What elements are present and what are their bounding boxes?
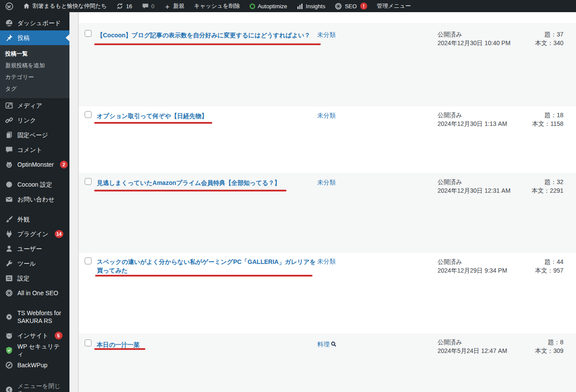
sidebar-item-label: OptinMonster xyxy=(17,161,54,168)
post-title-link[interactable]: 見逃しまくっていたAmazonプライム会員特典【全部知ってる？】 xyxy=(97,178,319,187)
comment-count: 0 xyxy=(151,3,155,10)
clear-cache-menu[interactable]: キャッシュを削除 xyxy=(194,2,240,10)
post-category-link[interactable]: 未分類 xyxy=(317,112,336,120)
pages-icon xyxy=(5,131,13,139)
post-date: 2024年12月30日 10:40 PM xyxy=(438,39,510,47)
seo-alert-badge: ! xyxy=(360,3,367,10)
sidebar-item-media[interactable]: メディア xyxy=(0,98,69,113)
link-icon xyxy=(5,116,13,124)
select-post-checkbox[interactable] xyxy=(85,178,92,185)
sidebar-item-label: インサイト xyxy=(17,332,49,339)
post-status-label: 公開済み xyxy=(438,30,510,39)
sidebar-item-backwpup[interactable]: BackWPup xyxy=(0,358,69,372)
submenu-item-tags[interactable]: タグ xyxy=(0,83,69,95)
body-char-count: 本文：309 xyxy=(535,346,563,355)
sidebar-item-label: WP セキュリティ xyxy=(17,343,66,358)
sidebar-item-label: 投稿 xyxy=(17,34,30,42)
sidebar-item-label: ダッシュボード xyxy=(17,20,61,27)
autoptimize-menu[interactable]: Autoptimize xyxy=(250,3,287,10)
comments-menu[interactable]: 0 xyxy=(142,3,155,10)
sidebar-item-all-in-one-seo[interactable]: All in One SEO xyxy=(0,286,69,300)
sidebar-item-label: ツール xyxy=(17,260,36,267)
body-char-count: 本文：340 xyxy=(535,39,563,47)
char-counts: 題：8 本文：309 xyxy=(535,338,563,355)
select-post-checkbox[interactable] xyxy=(85,339,92,346)
char-counts: 題：44 本文：957 xyxy=(535,257,563,275)
sidebar-item-label: Cocoon 設定 xyxy=(17,181,52,188)
collapse-menu-button[interactable]: メニューを閉じる xyxy=(0,382,69,392)
wordpress-admin-screen: 割箸まるもと愉快な仲間たち 16 0 ＋ 新規 キャッシュを削除 Autopti… xyxy=(0,0,576,392)
home-icon xyxy=(23,3,30,10)
sidebar-item-comments[interactable]: コメント xyxy=(0,142,69,157)
seo-menu[interactable]: SEO ! xyxy=(335,3,367,10)
red-underline-annotation xyxy=(94,122,212,124)
new-post-menu[interactable]: ＋ 新規 xyxy=(164,2,184,10)
sidebar-item-settings[interactable]: 設定 xyxy=(0,271,69,286)
sidebar-item-links[interactable]: リンク xyxy=(0,113,69,128)
sidebar-item-dashboard[interactable]: ダッシュボード xyxy=(0,16,69,30)
sidebar-item-label: コメント xyxy=(17,146,42,154)
gear-icon xyxy=(335,3,342,10)
sidebar-item-contact[interactable]: お問い合わせ xyxy=(0,192,69,207)
sidebar-item-optinmonster[interactable]: OptinMonster 2 xyxy=(0,157,69,172)
posts-list-table: 【Cocoon】ブログ記事の表示数を自分好みに変更するにはどうすればよい？ 未分… xyxy=(78,12,576,392)
sidebar-item-insights[interactable]: インサイト 5 xyxy=(0,328,69,343)
backwpup-icon xyxy=(5,361,13,369)
table-row: 本日の一汁一菜 料理 公開済み 2024年5月24日 12:47 AM 題：8 … xyxy=(79,333,576,392)
title-char-count: 題：18 xyxy=(532,111,563,119)
insights-menu[interactable]: Insights xyxy=(297,3,326,10)
sidebar-item-users[interactable]: ユーザー xyxy=(0,241,69,256)
sidebar-item-appearance[interactable]: 外観 xyxy=(0,212,69,227)
sidebar-item-wp-security[interactable]: WP セキュリティ xyxy=(0,343,69,358)
select-post-checkbox[interactable] xyxy=(85,30,92,37)
submenu-item-add-new[interactable]: 新規投稿を追加 xyxy=(0,59,69,71)
menu-separator xyxy=(0,172,69,177)
wordpress-logo-icon xyxy=(5,2,13,10)
post-category-link[interactable]: 未分類 xyxy=(317,179,336,187)
sidebar-item-posts[interactable]: 投稿 xyxy=(0,30,69,45)
post-status-label: 公開済み xyxy=(438,257,507,266)
post-status: 公開済み 2024年12月30日 1:13 AM xyxy=(438,111,507,128)
sidebar-item-label: All in One SEO xyxy=(17,290,58,297)
site-name-menu[interactable]: 割箸まるもと愉快な仲間たち xyxy=(23,2,107,10)
sidebar-item-ts-webfonts[interactable]: TS Webfonts for SAKURA RS xyxy=(0,306,69,328)
post-status-label: 公開済み xyxy=(438,111,507,119)
post-category-link[interactable]: 未分類 xyxy=(317,258,336,266)
post-title-link[interactable]: オプション取引って何ぞや【日経先物】 xyxy=(97,112,319,120)
submenu-item-categories[interactable]: カテゴリー xyxy=(0,71,69,83)
admin-menu-label: 管理メニュー xyxy=(377,2,411,10)
sidebar-item-label: プラグイン xyxy=(17,231,49,238)
post-status: 公開済み 2024年12月30日 12:31 AM xyxy=(438,178,510,195)
new-post-label: 新規 xyxy=(173,2,184,10)
wordpress-logo-menu[interactable] xyxy=(5,2,13,10)
media-icon xyxy=(5,102,13,109)
envelope-icon xyxy=(5,195,13,203)
sidebar-item-plugins[interactable]: プラグイン 14 xyxy=(0,227,69,241)
sidebar-item-cocoon-settings[interactable]: Cocoon 設定 xyxy=(0,177,69,192)
gauge-icon xyxy=(5,19,13,27)
brush-icon xyxy=(5,215,13,223)
plug-icon xyxy=(5,230,13,238)
insights-badge: 5 xyxy=(55,332,63,339)
post-category-link[interactable]: 未分類 xyxy=(317,31,336,39)
post-category-link[interactable]: 料理 xyxy=(317,341,336,349)
post-title-link[interactable]: 本日の一汁一菜 xyxy=(97,340,319,349)
sidebar-item-pages[interactable]: 固定ページ xyxy=(0,128,69,142)
select-post-checkbox[interactable] xyxy=(85,111,92,118)
insights-icon xyxy=(5,332,13,339)
post-title-link[interactable]: スペックの違いがよく分からない私がゲーミングPC「GALLERIA」ガレリアを買… xyxy=(97,257,319,275)
search-icon xyxy=(331,341,336,348)
bar-chart-icon xyxy=(297,3,303,10)
seo-gear-icon xyxy=(5,289,13,297)
admin-menu-item[interactable]: 管理メニュー xyxy=(377,2,411,10)
updates-menu[interactable]: 16 xyxy=(116,3,132,10)
post-title-link[interactable]: 【Cocoon】ブログ記事の表示数を自分好みに変更するにはどうすればよい？ xyxy=(97,31,319,40)
update-count: 16 xyxy=(126,3,132,10)
submenu-item-all-posts[interactable]: 投稿一覧 xyxy=(0,48,69,59)
autoptimize-label: Autoptimize xyxy=(258,3,287,10)
sliders-icon xyxy=(5,274,13,282)
admin-bar: 割箸まるもと愉快な仲間たち 16 0 ＋ 新規 キャッシュを削除 Autopti… xyxy=(0,0,576,12)
select-post-checkbox[interactable] xyxy=(85,257,92,264)
sidebar-item-tools[interactable]: ツール xyxy=(0,256,69,271)
posts-submenu: 投稿一覧 新規投稿を追加 カテゴリー タグ xyxy=(0,45,69,98)
